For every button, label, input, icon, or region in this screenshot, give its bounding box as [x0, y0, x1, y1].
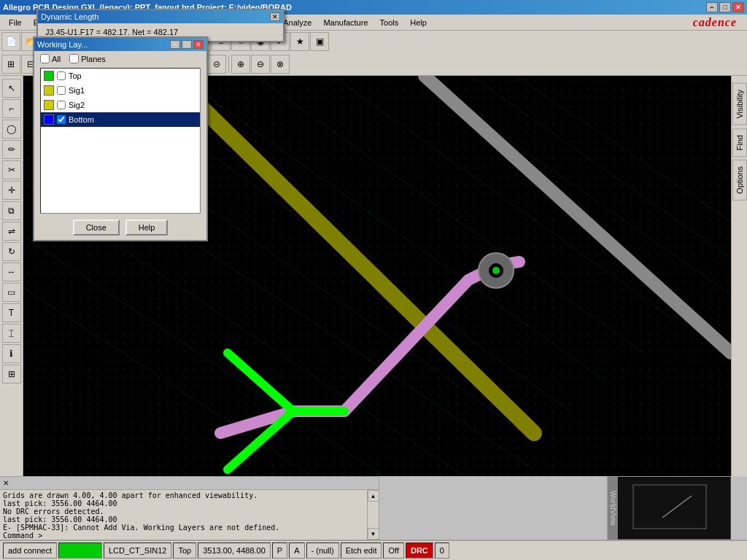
tb-r14[interactable]: ⊗ [271, 55, 290, 74]
dl-text: J3.45-U1.F17 = 482.17. Net = 482.17 [45, 28, 178, 36]
dl-close-button[interactable]: ✕ [270, 12, 280, 21]
wl-help-btn[interactable]: Help [125, 219, 169, 236]
wl-win-buttons: − □ ✕ [170, 40, 204, 49]
menu-help[interactable]: Help [404, 17, 433, 28]
tb-new[interactable]: 📄 [1, 32, 20, 51]
wl-maximize-button[interactable]: □ [182, 40, 192, 49]
layer-check-bottom[interactable] [57, 115, 66, 124]
layer-row-bottom[interactable]: Bottom [41, 112, 200, 127]
wl-title: Working Lay... [37, 40, 88, 49]
status-null-text: - (null) [311, 546, 334, 555]
log-line-3: No DRC errors detected. [3, 508, 376, 516]
layer-color-sig2 [44, 100, 54, 110]
maximize-button[interactable]: □ [719, 2, 731, 12]
worldview-label: WorldView [608, 477, 618, 540]
wl-layer-list[interactable]: Top Sig1 Sig2 Bottom [40, 68, 201, 214]
side-prop[interactable]: ⊞ [2, 365, 21, 384]
svg-point-21 [293, 407, 301, 416]
status-bar: add connect LCD_CT_SIN12 Top 3513.00, 44… [0, 540, 747, 560]
layer-check-sig2[interactable] [57, 101, 66, 109]
menu-manufacture[interactable]: Manufacture [317, 17, 374, 28]
tb-r12[interactable]: ⊕ [231, 55, 250, 74]
log-close-btn[interactable]: ✕ [3, 479, 9, 487]
worldview-canvas [618, 477, 731, 540]
status-net-name-text: LCD_CT_SIN12 [109, 546, 166, 555]
status-coords: 3513.00, 4488.00 [198, 542, 271, 559]
menu-tools[interactable]: Tools [374, 17, 405, 28]
side-add-via[interactable]: ◯ [2, 120, 21, 139]
wl-planes-label: Planes [81, 55, 106, 63]
status-net-name: LCD_CT_SIN12 [104, 542, 171, 559]
wl-close-button[interactable]: ✕ [193, 40, 204, 49]
log-line-2: last pick: 3556.00 4464.00 [3, 499, 376, 508]
side-delete[interactable]: ✂ [2, 160, 21, 179]
scroll-down-arrow[interactable]: ▼ [368, 528, 379, 540]
wl-buttons: Close Help [34, 215, 206, 240]
status-etch-edit-text: Etch edit [346, 546, 377, 555]
wl-planes-checkbox-label[interactable]: Planes [69, 54, 106, 63]
layer-color-bottom [44, 114, 54, 125]
layer-color-sig1 [44, 85, 54, 96]
status-a-flag: A [289, 542, 304, 559]
tab-visibility[interactable]: Visibility [732, 83, 747, 125]
wl-all-checkbox-label[interactable]: All [40, 54, 61, 63]
right-sidebar: Visibility Find Options [731, 76, 747, 476]
layer-name-bottom: Bottom [69, 115, 94, 124]
side-select[interactable]: ↖ [2, 79, 21, 98]
status-layer: Top [173, 542, 196, 559]
side-measure[interactable]: ↔ [2, 262, 21, 281]
tb-3d[interactable]: ▣ [310, 32, 329, 51]
layer-check-sig1[interactable] [57, 86, 66, 95]
tb-r11[interactable]: ⊝ [207, 55, 226, 74]
status-drc-value-text: 0 [440, 546, 444, 555]
log-line-5: E- [SPMHAC-33]: Cannot Add Via. Working … [3, 524, 376, 532]
status-p-flag: P [272, 542, 287, 559]
layer-check-top[interactable] [57, 71, 66, 80]
status-command: add connect [3, 542, 57, 559]
wl-planes-checkbox[interactable] [69, 54, 79, 63]
side-mirror[interactable]: ⇌ [2, 222, 21, 241]
side-info[interactable]: ℹ [2, 344, 21, 363]
cadence-logo: cadence [693, 16, 744, 29]
wl-controls: All Planes [34, 51, 206, 66]
working-layers-dialog: Working Lay... − □ ✕ All Planes Top Sig1 [33, 36, 208, 241]
wl-minimize-button[interactable]: − [170, 40, 180, 49]
status-net-color [58, 542, 102, 559]
tab-find[interactable]: Find [732, 128, 747, 157]
side-copy[interactable]: ⧉ [2, 201, 21, 220]
side-route[interactable]: ⌐ [2, 99, 21, 118]
dl-title: Dynamic Length [41, 12, 99, 21]
status-off: Off [383, 542, 403, 559]
layer-color-top [44, 71, 54, 81]
menu-file[interactable]: File [3, 17, 28, 28]
layer-name-sig1: Sig1 [69, 86, 85, 95]
tb-r1[interactable]: ⊞ [1, 55, 20, 74]
status-null: - (null) [306, 542, 339, 559]
log-scrollbar[interactable]: ▲ ▼ [367, 490, 379, 540]
log-line-1: Grids are drawn 4.00, 4.00 apart for enh… [3, 491, 376, 499]
worldview-panel: WorldView [607, 476, 731, 540]
tb-highlight[interactable]: ★ [290, 32, 309, 51]
dl-titlebar: Dynamic Length ✕ [38, 10, 283, 23]
scroll-up-arrow[interactable]: ▲ [368, 490, 379, 502]
layer-row-sig2[interactable]: Sig2 [41, 98, 200, 112]
wl-all-checkbox[interactable] [40, 54, 50, 63]
status-etch-edit: Etch edit [341, 542, 382, 559]
status-drc: DRC [406, 542, 433, 559]
wl-close-btn[interactable]: Close [73, 219, 120, 236]
status-off-text: Off [388, 546, 398, 555]
layer-row-sig1[interactable]: Sig1 [41, 83, 200, 98]
side-edit[interactable]: ✏ [2, 140, 21, 159]
side-dimension[interactable]: ⌶ [2, 324, 21, 343]
tb-r13[interactable]: ⊖ [251, 55, 270, 74]
side-move[interactable]: ✛ [2, 181, 21, 200]
tab-options[interactable]: Options [732, 160, 747, 201]
side-text[interactable]: T [2, 303, 21, 322]
side-spin[interactable]: ↻ [2, 242, 21, 261]
log-panel: ✕ Grids are drawn 4.00, 4.00 apart for e… [0, 476, 379, 540]
side-shape[interactable]: ▭ [2, 283, 21, 302]
layer-row-top[interactable]: Top [41, 69, 200, 83]
close-button[interactable]: ✕ [732, 2, 744, 12]
minimize-button[interactable]: − [706, 2, 718, 12]
layer-name-top: Top [69, 71, 82, 80]
